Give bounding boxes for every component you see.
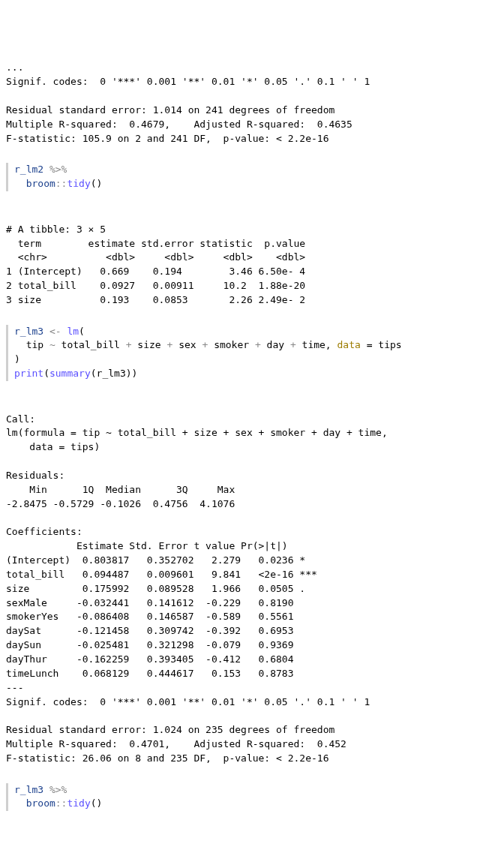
tibble-types: <chr> <dbl> <dbl> <dbl> <dbl> [6,251,305,263]
indent [14,797,26,809]
args-close: (r_lm3)) [91,368,138,379]
object-name: r_lm2 [14,164,44,175]
plus: + [290,339,296,350]
coefficient-row: daySun -0.025481 0.321298 -0.079 0.9369 [6,639,317,650]
coefficient-row: timeLunch 0.068129 0.444617 0.153 0.8783 [6,668,317,679]
term: total_bill [56,339,126,350]
residuals-columns: Min 1Q Median 3Q Max [6,484,241,495]
coefficient-row: sexMale -0.032441 0.141612 -0.229 0.8190 [6,597,317,608]
paren: () [91,178,103,189]
term: smoker [208,339,255,350]
paren: () [91,797,103,809]
f-statistic-line: F-statistic: 105.9 on 2 and 241 DF, p-va… [6,133,328,144]
plus: + [255,339,261,350]
object-name: r_lm3 [14,326,44,337]
r-squared-line: Multiple R-squared: 0.4701, Adjusted R-s… [6,738,346,749]
namespace-operator: :: [56,178,68,189]
formula-lhs: tip [14,339,50,350]
function-summary: summary [50,368,91,379]
dashes: --- [6,682,23,693]
function-lm: lm [67,326,79,337]
tibble-header: # A tibble: 3 × 5 [6,224,106,235]
call-line: lm(formula = tip ~ total_bill + size + s… [6,427,388,438]
coefficients-header: Coefficients: [6,526,82,537]
r-squared-line: Multiple R-squared: 0.4679, Adjusted R-s… [6,119,352,130]
tibble-row: 1 (Intercept) 0.669 0.194 3.46 6.50e- 4 [6,266,305,277]
code-block-tidy-lm3: r_lm3 %>% broom::tidy() [6,783,498,812]
paren-open: ( [79,326,85,337]
assign-operator: <- [44,326,67,337]
residuals-header: Residuals: [6,470,64,481]
term: sex [172,339,202,350]
call-line: data = tips) [6,441,100,452]
term: day [261,339,290,350]
call-header: Call: [6,413,35,425]
coefficient-row: daySat -0.121458 0.309742 -0.392 0.6953 [6,625,317,636]
arg-data: data [338,339,361,350]
indent [14,178,26,189]
term: size [132,339,167,350]
function-print: print [14,368,44,379]
tibble-row: 3 size 0.193 0.0853 2.26 2.49e- 2 [6,294,305,305]
paren-close: ) [14,353,20,365]
function-name: tidy [67,178,90,189]
namespace-operator: :: [56,797,68,809]
pipe-operator: %>% [44,784,67,795]
f-statistic-line: F-statistic: 26.06 on 8 and 235 DF, p-va… [6,752,328,764]
tibble-columns: term estimate std.error statistic p.valu… [6,238,305,249]
coefficient-row: (Intercept) 0.803817 0.352702 2.279 0.02… [6,554,317,566]
pipe-operator: %>% [44,164,67,175]
code-block-tidy-lm2: r_lm2 %>% broom::tidy() [6,163,498,191]
function-name: tidy [67,797,90,809]
package-name: broom [26,178,56,189]
package-name: broom [26,797,56,809]
arg-val: = tips [361,339,402,350]
ellipsis: ... [6,62,23,73]
coefficient-row: total_bill 0.094487 0.009601 9.841 <2e-1… [6,569,317,580]
coefficient-row: dayThur -0.162259 0.393405 -0.412 0.6804 [6,653,317,665]
term: time, [296,339,338,350]
tilde: ~ [50,339,56,350]
residuals-values: -2.8475 -0.5729 -0.1026 0.4756 4.1076 [6,498,241,509]
signif-codes-line: Signif. codes: 0 '***' 0.001 '**' 0.01 '… [6,76,370,87]
coefficient-row: smokerYes -0.086408 0.146587 -0.589 0.55… [6,611,317,622]
paren-open: ( [44,368,50,379]
coefficients-columns: Estimate Std. Error t value Pr(>|t|) [6,540,311,551]
object-name: r_lm3 [14,784,44,795]
coefficient-row: size 0.175992 0.089528 1.966 0.0505 . [6,583,317,594]
signif-codes-line: Signif. codes: 0 '***' 0.001 '**' 0.01 '… [6,696,370,707]
code-block-lm3: r_lm3 <- lm( tip ~ total_bill + size + s… [6,325,498,381]
residual-se-line: Residual standard error: 1.024 on 235 de… [6,724,334,735]
tibble-row: 2 total_bill 0.0927 0.00911 10.2 1.88e-2… [6,280,305,291]
plus: + [126,339,132,350]
residual-se-line: Residual standard error: 1.014 on 241 de… [6,104,334,116]
